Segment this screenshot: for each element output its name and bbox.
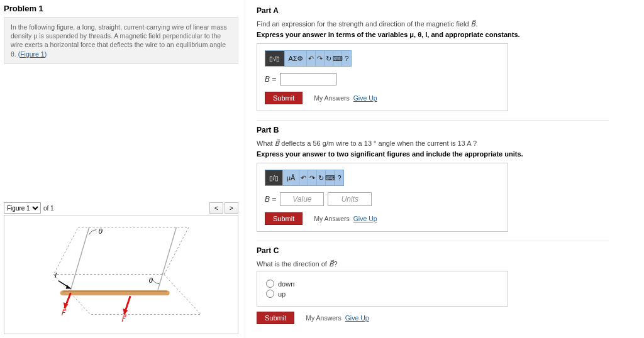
part-b-giveup-link[interactable]: Give Up bbox=[353, 215, 377, 222]
part-c: Part C What is the direction of B⃗? down… bbox=[257, 246, 638, 324]
part-b-units-input[interactable]: Units bbox=[328, 192, 372, 206]
part-a-answer-input[interactable] bbox=[280, 73, 336, 85]
part-c-options-panel: down up bbox=[257, 271, 508, 307]
redo-button[interactable]: ↷ bbox=[308, 170, 317, 185]
part-a: Part A Find an expression for the streng… bbox=[257, 6, 638, 111]
part-b-prompt: What B⃗ deflects a 56 g/m wire to a 13 °… bbox=[257, 139, 638, 148]
part-c-giveup-link[interactable]: Give Up bbox=[345, 314, 369, 322]
part-b-links: My Answers Give Up bbox=[314, 215, 377, 222]
undo-button[interactable]: ↶ bbox=[299, 170, 308, 185]
templates-button[interactable]: ▯√▯ bbox=[265, 51, 285, 66]
help-button[interactable]: ? bbox=[342, 51, 351, 66]
part-a-prompt: Find an expression for the strength and … bbox=[257, 20, 638, 28]
part-a-lhs: B = bbox=[265, 75, 276, 84]
radio-up[interactable] bbox=[266, 290, 274, 298]
figure-label-theta2: θ bbox=[148, 276, 153, 284]
part-b-hint: Express your answer to two significant f… bbox=[257, 150, 638, 158]
figure-prev-button[interactable]: < bbox=[209, 202, 223, 214]
keyboard-button[interactable]: ⌨ bbox=[326, 170, 335, 185]
part-c-prompt: What is the direction of B⃗? bbox=[257, 260, 638, 268]
part-c-links: My Answers Give Up bbox=[306, 314, 369, 322]
part-b-submit-button[interactable]: Submit bbox=[265, 212, 303, 225]
svg-marker-0 bbox=[53, 227, 189, 275]
part-c-heading: Part C bbox=[257, 246, 638, 255]
units-button[interactable]: μÅ bbox=[283, 170, 300, 185]
part-b-heading: Part B bbox=[257, 126, 638, 134]
part-a-toolbar: ▯√▯ ΑΣΦ ↶ ↷ ↻ ⌨ ? bbox=[265, 50, 352, 67]
svg-line-3 bbox=[158, 227, 176, 290]
part-a-heading: Part A bbox=[257, 6, 638, 15]
undo-button[interactable]: ↶ bbox=[307, 51, 316, 66]
radio-down[interactable] bbox=[266, 280, 274, 288]
part-a-answer-panel: ▯√▯ ΑΣΦ ↶ ↷ ↻ ⌨ ? B = Submit My Answers … bbox=[257, 43, 508, 111]
part-b-toolbar: ▯/▯ μÅ ↶ ↷ ↻ ⌨ ? bbox=[265, 170, 344, 186]
figure-label-F2: F⃗ bbox=[121, 315, 127, 323]
part-a-submit-button[interactable]: Submit bbox=[265, 92, 303, 104]
figure-next-button[interactable]: > bbox=[225, 202, 238, 214]
problem-title: Problem 1 bbox=[4, 4, 238, 13]
figure-label-theta1: θ bbox=[98, 227, 103, 235]
help-button[interactable]: ? bbox=[335, 170, 343, 185]
figure-of-text: of 1 bbox=[43, 205, 54, 212]
part-b-lhs: B = bbox=[265, 195, 276, 204]
figure-label-F1: F⃗ bbox=[61, 308, 67, 317]
fraction-button[interactable]: ▯/▯ bbox=[265, 170, 283, 185]
figure-label-I: I bbox=[55, 271, 57, 279]
part-b-value-input[interactable]: Value bbox=[280, 192, 324, 206]
part-a-hint: Express your answer in terms of the vari… bbox=[257, 31, 638, 38]
problem-intro: In the following figure, a long, straigh… bbox=[4, 17, 238, 64]
part-a-giveup-link[interactable]: Give Up bbox=[353, 94, 377, 102]
part-a-links: My Answers Give Up bbox=[314, 94, 377, 102]
part-b-answer-panel: ▯/▯ μÅ ↶ ↷ ↻ ⌨ ? B = Value Units Submit … bbox=[257, 163, 508, 232]
redo-button[interactable]: ↷ bbox=[316, 51, 325, 66]
option-down[interactable]: down bbox=[266, 280, 499, 288]
keyboard-button[interactable]: ⌨ bbox=[333, 51, 342, 66]
greek-button[interactable]: ΑΣΦ bbox=[285, 51, 308, 66]
option-up[interactable]: up bbox=[266, 290, 499, 298]
figure-canvas: θ θ I F⃗ F⃗ bbox=[4, 215, 238, 334]
figure-select[interactable]: Figure 1 bbox=[4, 202, 41, 214]
part-b: Part B What B⃗ deflects a 56 g/m wire to… bbox=[257, 126, 638, 232]
figure-link[interactable]: (Figure 1) bbox=[18, 50, 47, 58]
part-c-submit-button[interactable]: Submit bbox=[257, 312, 294, 324]
